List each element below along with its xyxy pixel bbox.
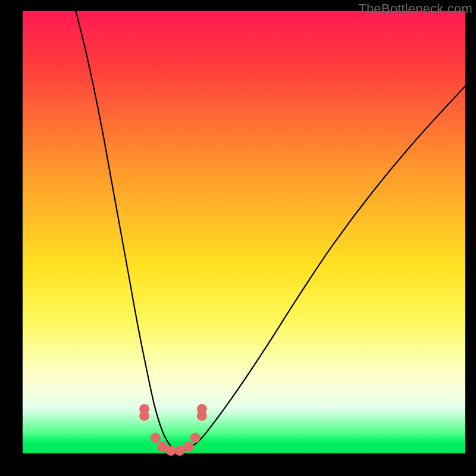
data-markers — [139, 404, 207, 456]
data-marker — [166, 446, 176, 456]
curve-left — [76, 11, 177, 453]
data-marker — [139, 411, 149, 421]
curve-right — [177, 86, 465, 454]
data-marker — [190, 433, 201, 443]
data-marker — [184, 441, 194, 452]
data-marker — [197, 404, 207, 414]
data-marker — [151, 433, 161, 443]
chart-svg — [23, 11, 465, 453]
plot-area — [23, 11, 465, 453]
watermark-text: TheBottleneck.com — [358, 1, 472, 17]
chart-frame: TheBottleneck.com — [0, 0, 476, 476]
data-marker — [175, 446, 185, 456]
data-marker — [157, 441, 167, 452]
